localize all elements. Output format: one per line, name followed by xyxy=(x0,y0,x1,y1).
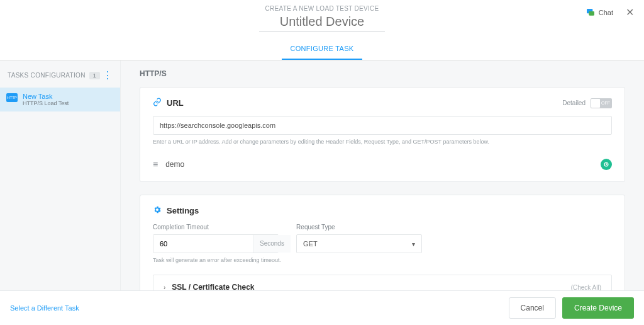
url-helper: Enter a URL or IP address. Add or change… xyxy=(153,139,612,145)
accordion-ssl[interactable]: › SSL / Certificate Check (Check All) xyxy=(153,275,611,290)
timeout-helper: Task will generate an error after exceed… xyxy=(153,257,281,263)
footer: Select a Different Task Cancel Create De… xyxy=(0,290,644,325)
url-card-title: URL xyxy=(167,98,184,108)
section-label: HTTP/S xyxy=(140,69,625,78)
sidebar-title: TASKS CONFIGURATION 1 xyxy=(8,72,100,79)
chevron-right-icon: › xyxy=(164,284,165,291)
task-type: HTTP/S Load Test xyxy=(23,100,69,106)
link-icon xyxy=(153,98,162,108)
request-type-value: GET xyxy=(303,240,318,248)
header-overline: CREATE A NEW LOAD TEST DEVICE xyxy=(265,5,379,12)
chevron-down-icon: ▾ xyxy=(412,241,415,248)
settings-card: Settings Completion Timeout Seconds Task… xyxy=(140,195,625,290)
request-type-label: Request Type xyxy=(296,224,422,231)
step-label[interactable]: demo xyxy=(165,160,593,169)
step-status-icon xyxy=(601,159,612,170)
timeout-unit: Seconds xyxy=(253,235,291,253)
timeout-label: Completion Timeout xyxy=(153,224,281,231)
sidebar-task-item[interactable]: HTTP New Task HTTP/S Load Test xyxy=(0,88,120,111)
more-icon[interactable]: ⋮ xyxy=(101,69,114,81)
chat-label: Chat xyxy=(599,9,613,16)
chat-icon xyxy=(586,8,596,18)
svg-rect-1 xyxy=(589,11,594,16)
timeout-input[interactable] xyxy=(153,235,253,253)
cancel-button[interactable]: Cancel xyxy=(509,297,556,319)
main-panel[interactable]: HTTP/S URL Detailed OFF xyxy=(121,60,644,290)
select-different-task-link[interactable]: Select a Different Task xyxy=(10,304,79,312)
create-device-button[interactable]: Create Device xyxy=(562,297,634,319)
settings-card-title: Settings xyxy=(167,206,199,215)
gear-icon xyxy=(153,205,162,216)
detailed-toggle[interactable]: OFF xyxy=(591,98,612,108)
detailed-label: Detailed xyxy=(562,100,586,106)
settings-accordion: › SSL / Certificate Check (Check All) › … xyxy=(153,275,612,290)
url-card: URL Detailed OFF Enter a URL or IP addre… xyxy=(140,87,625,182)
task-count-badge: 1 xyxy=(89,72,100,79)
accordion-ssl-meta: (Check All) xyxy=(571,284,601,291)
http-task-icon: HTTP xyxy=(6,93,18,102)
sidebar: TASKS CONFIGURATION 1 ⋮ HTTP New Task HT… xyxy=(0,60,121,290)
device-title-input[interactable] xyxy=(259,13,385,32)
task-name: New Task xyxy=(23,93,69,100)
tabbar: CONFIGURE TASK xyxy=(0,40,644,60)
close-icon[interactable]: ✕ xyxy=(625,6,635,19)
header: CREATE A NEW LOAD TEST DEVICE Chat ✕ CON… xyxy=(0,0,644,60)
drag-handle-icon[interactable]: ≡ xyxy=(153,159,158,169)
chat-button[interactable]: Chat xyxy=(586,8,613,18)
tab-configure-task[interactable]: CONFIGURE TASK xyxy=(282,40,363,60)
request-type-select[interactable]: GET ▾ xyxy=(296,234,422,253)
toggle-state: OFF xyxy=(601,101,610,105)
url-input[interactable] xyxy=(153,116,612,135)
